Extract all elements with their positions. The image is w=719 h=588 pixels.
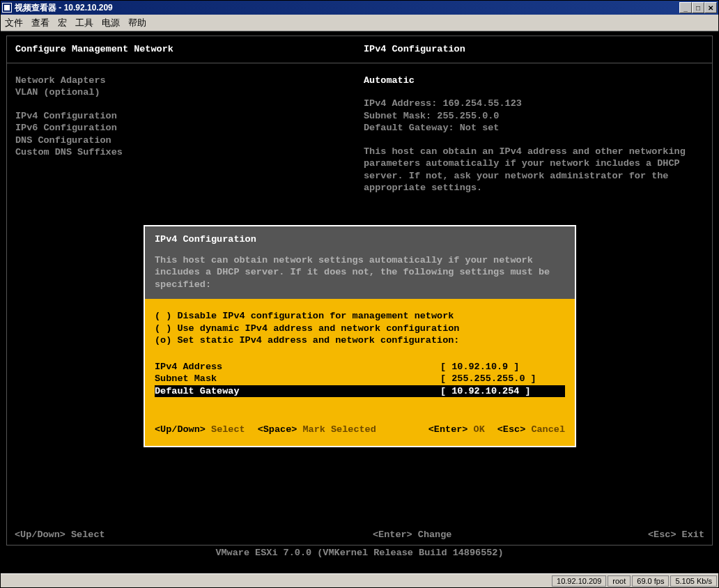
radio-static-ipv4[interactable]: (o) Set static IPv4 address and network … xyxy=(155,334,565,347)
dialog-body: ( ) Disable IPv4 configuration for manag… xyxy=(145,299,575,446)
nav-ipv6[interactable]: IPv6 Configuration xyxy=(15,122,364,134)
status-bandwidth: 5.105 Kb/s xyxy=(670,575,717,587)
radio-disable-ipv4[interactable]: ( ) Disable IPv4 configuration for manag… xyxy=(155,310,565,323)
hint-updown-act: Select xyxy=(211,424,245,435)
menu-help[interactable]: 帮助 xyxy=(128,17,146,29)
field-gateway-label: Default Gateway xyxy=(155,385,440,398)
field-gateway-value[interactable]: [ 10.92.10.254 ] xyxy=(440,385,531,398)
statusbar: 10.92.10.209 root 69.0 fps 5.105 Kb/s xyxy=(1,573,718,587)
status-user: root xyxy=(608,575,631,587)
nav-ipv4[interactable]: IPv4 Configuration xyxy=(15,110,364,123)
app-icon xyxy=(2,3,12,13)
field-ipv4-label: IPv4 Address xyxy=(155,361,440,373)
hint-bottom-esc: <Esc> Exit xyxy=(648,529,704,541)
field-ipv4-address[interactable]: IPv4 Address [ 10.92.10.9 ] xyxy=(155,361,565,373)
hint-bottom-updown: <Up/Down> Select xyxy=(15,529,105,541)
field-subnet-mask[interactable]: Subnet Mask [ 255.255.255.0 ] xyxy=(155,373,565,385)
hint-enter-key: <Enter> xyxy=(428,424,468,435)
ipv4-config-dialog: IPv4 Configuration This host can obtain … xyxy=(144,225,576,447)
hint-space-act: Mark Selected xyxy=(302,424,376,435)
dialog-title: IPv4 Configuration xyxy=(155,233,565,246)
maximize-button[interactable]: □ xyxy=(692,2,704,13)
field-default-gateway[interactable]: Default Gateway [ 10.92.10.254 ] xyxy=(155,385,565,398)
version-line: VMware ESXi 7.0.0 (VMKernel Release Buil… xyxy=(1,547,718,559)
menu-tools[interactable]: 工具 xyxy=(75,17,93,29)
window-title: 视频查看器 - 10.92.10.209 xyxy=(15,2,679,14)
console-area: Configure Management Network IPv4 Config… xyxy=(1,31,718,573)
dialog-desc2: includes a DHCP server. If it does not, … xyxy=(155,266,565,279)
info-gateway: Default Gateway: Not set xyxy=(364,122,704,134)
hint-updown-key: <Up/Down> xyxy=(155,424,206,435)
dialog-footer: <Up/Down> Select <Space> Mark Selected <… xyxy=(155,424,565,436)
nav-list: Network Adapters VLAN (optional) IPv4 Co… xyxy=(15,75,364,194)
nav-network-adapters[interactable]: Network Adapters xyxy=(15,75,364,87)
panel-header: Configure Management Network IPv4 Config… xyxy=(7,36,712,63)
info-desc4: appropriate settings. xyxy=(364,182,704,194)
panel-title-right: IPv4 Configuration xyxy=(364,43,465,56)
field-subnet-label: Subnet Mask xyxy=(155,373,440,385)
dialog-desc1: This host can obtain network settings au… xyxy=(155,254,565,267)
panel-title-left: Configure Management Network xyxy=(15,43,364,56)
info-desc3: server. If not, ask your network adminis… xyxy=(364,170,704,183)
nav-dns-suffixes[interactable]: Custom DNS Suffixes xyxy=(15,146,364,159)
field-ipv4-value[interactable]: [ 10.92.10.9 ] xyxy=(440,361,519,373)
bottom-hints: <Up/Down> Select <Enter> Change <Esc> Ex… xyxy=(15,529,704,541)
menu-view[interactable]: 查看 xyxy=(31,17,49,29)
hint-space-key: <Space> xyxy=(258,424,297,435)
menu-file[interactable]: 文件 xyxy=(5,17,23,29)
nav-dns[interactable]: DNS Configuration xyxy=(15,134,364,147)
field-block: IPv4 Address [ 10.92.10.9 ] Subnet Mask … xyxy=(155,361,565,398)
hint-esc-act: Cancel xyxy=(531,424,565,435)
info-desc1: This host can obtain an IPv4 address and… xyxy=(364,146,704,158)
radio-dynamic-ipv4[interactable]: ( ) Use dynamic IPv4 address and network… xyxy=(155,323,565,335)
dialog-desc3: specified: xyxy=(155,279,565,291)
close-button[interactable]: ✕ xyxy=(704,2,717,13)
menu-macro[interactable]: 宏 xyxy=(58,17,67,29)
info-ipv4-addr: IPv4 Address: 169.254.55.123 xyxy=(364,98,704,110)
status-fps: 69.0 fps xyxy=(632,575,669,587)
info-panel: Automatic IPv4 Address: 169.254.55.123 S… xyxy=(364,75,704,194)
status-ip: 10.92.10.209 xyxy=(552,575,606,587)
minimize-button[interactable]: _ xyxy=(679,2,692,13)
viewer-window: 视频查看器 - 10.92.10.209 _ □ ✕ 文件 查看 宏 工具 电源… xyxy=(0,0,719,588)
info-automatic: Automatic xyxy=(364,75,704,87)
menubar: 文件 查看 宏 工具 电源 帮助 xyxy=(1,15,718,31)
info-desc2: parameters automatically if your network… xyxy=(364,157,704,170)
hint-enter-act: OK xyxy=(474,424,485,435)
dialog-header: IPv4 Configuration This host can obtain … xyxy=(145,226,575,299)
hint-esc-key: <Esc> xyxy=(497,424,526,435)
nav-vlan[interactable]: VLAN (optional) xyxy=(15,86,364,99)
window-controls: _ □ ✕ xyxy=(679,2,717,13)
info-subnet: Subnet Mask: 255.255.0.0 xyxy=(364,110,704,123)
field-subnet-value[interactable]: [ 255.255.255.0 ] xyxy=(440,373,536,385)
hint-bottom-enter: <Enter> Change xyxy=(373,529,451,541)
panel-body: Network Adapters VLAN (optional) IPv4 Co… xyxy=(7,63,712,206)
titlebar: 视频查看器 - 10.92.10.209 _ □ ✕ xyxy=(1,1,718,15)
menu-power[interactable]: 电源 xyxy=(102,17,120,29)
